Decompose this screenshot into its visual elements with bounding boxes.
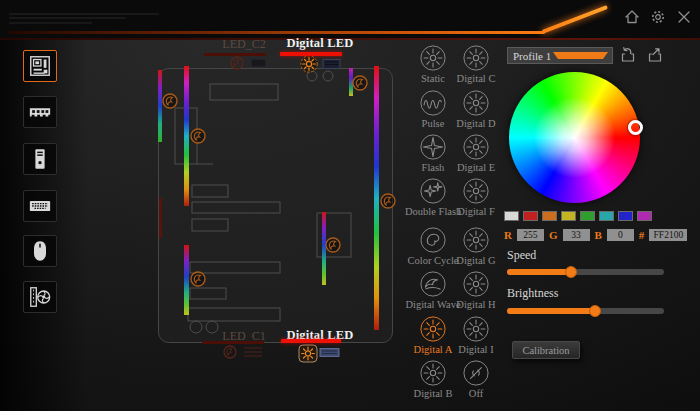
led-zone-icon[interactable] bbox=[163, 94, 177, 108]
color-swatch[interactable] bbox=[599, 211, 614, 221]
accent-line bbox=[8, 31, 545, 34]
color-swatch[interactable] bbox=[523, 211, 538, 221]
led-c2-underline bbox=[204, 53, 266, 56]
hex-value-field[interactable]: FF2100 bbox=[649, 229, 687, 241]
color-swatch[interactable] bbox=[637, 211, 652, 221]
speed-slider[interactable] bbox=[507, 269, 664, 275]
led-c1-connector-icon[interactable] bbox=[224, 346, 262, 358]
led-zone-icon[interactable] bbox=[353, 76, 367, 90]
color-swatches bbox=[504, 211, 652, 221]
sidebar-item-cooler[interactable] bbox=[23, 281, 57, 313]
content-area: LED_C2 Digital LED LED_C1 Digital LED St… bbox=[0, 40, 700, 411]
memory-icon bbox=[28, 100, 52, 124]
sun-icon bbox=[448, 44, 504, 72]
sidebar-item-mouse[interactable] bbox=[23, 235, 57, 267]
sidebar-item-pc-case[interactable] bbox=[23, 143, 57, 175]
digital-led-bottom-underline bbox=[281, 339, 341, 343]
cooler-icon bbox=[28, 285, 52, 309]
color-swatch[interactable] bbox=[504, 211, 519, 221]
off-icon bbox=[448, 359, 504, 387]
brightness-slider-thumb[interactable] bbox=[589, 305, 601, 317]
profile-export-icon[interactable] bbox=[646, 46, 664, 64]
mode-digital-c[interactable]: Digital C bbox=[448, 44, 504, 84]
sun-icon bbox=[448, 270, 504, 298]
hex-label: # bbox=[639, 229, 645, 241]
profile-load-icon[interactable] bbox=[619, 46, 637, 64]
sidebar-item-memory[interactable] bbox=[23, 96, 57, 128]
app-logo bbox=[9, 10, 159, 28]
color-wheel[interactable] bbox=[509, 72, 640, 203]
sun-icon bbox=[448, 133, 504, 161]
profile-select[interactable]: Profile 1 bbox=[507, 47, 613, 64]
rgb-fusion-window: LED_C2 Digital LED LED_C1 Digital LED St… bbox=[0, 0, 700, 411]
color-swatch[interactable] bbox=[561, 211, 576, 221]
mode-digital-h[interactable]: Digital H bbox=[448, 270, 504, 310]
speed-label: Speed bbox=[507, 248, 536, 263]
color-swatch[interactable] bbox=[542, 211, 557, 221]
profile-select-value: Profile 1 bbox=[508, 50, 553, 62]
digital-led-bottom-icon[interactable] bbox=[299, 345, 339, 362]
color-swatch[interactable] bbox=[618, 211, 633, 221]
mode-off[interactable]: Off bbox=[448, 359, 504, 399]
b-label: B bbox=[595, 229, 602, 241]
sidebar-item-motherboard[interactable] bbox=[23, 50, 57, 82]
motherboard-icon bbox=[28, 54, 52, 78]
brightness-slider[interactable] bbox=[507, 308, 664, 314]
led-zone-icon[interactable] bbox=[191, 129, 205, 143]
mode-digital-i[interactable]: Digital I bbox=[448, 315, 504, 355]
mouse-icon bbox=[28, 239, 52, 263]
sidebar-item-keyboard[interactable] bbox=[23, 190, 57, 222]
sun-icon bbox=[448, 315, 504, 343]
led-c2-connector-icon[interactable] bbox=[231, 57, 266, 69]
g-value-field[interactable]: 33 bbox=[563, 229, 590, 241]
color-wheel-selector[interactable] bbox=[628, 120, 643, 135]
device-sidebar bbox=[0, 40, 88, 411]
mode-digital-d[interactable]: Digital D bbox=[448, 89, 504, 129]
keyboard-icon bbox=[28, 194, 52, 218]
mode-digital-f[interactable]: Digital F bbox=[448, 177, 504, 217]
digital-led-top-label[interactable]: Digital LED bbox=[283, 36, 357, 51]
led-c2-label: LED_C2 bbox=[199, 37, 289, 52]
pc-case-icon bbox=[28, 147, 52, 171]
titlebar bbox=[0, 0, 700, 40]
rgb-values: R 255 G 33 B 0 # FF2100 bbox=[504, 229, 687, 241]
brightness-label: Brightness bbox=[507, 286, 558, 301]
calibration-button[interactable]: Calibration bbox=[512, 341, 580, 359]
led-c1-underline bbox=[202, 341, 264, 344]
r-value-field[interactable]: 255 bbox=[517, 229, 544, 241]
accent-diagonal bbox=[541, 5, 608, 34]
color-swatch[interactable] bbox=[580, 211, 595, 221]
settings-gear-icon[interactable] bbox=[650, 9, 666, 25]
digital-led-top-underline bbox=[280, 52, 342, 56]
sun-icon bbox=[448, 226, 504, 254]
sun-icon bbox=[448, 89, 504, 117]
mode-digital-e[interactable]: Digital E bbox=[448, 133, 504, 173]
window-controls bbox=[624, 9, 692, 25]
led-zone-icon[interactable] bbox=[326, 238, 340, 252]
mode-digital-g[interactable]: Digital G bbox=[448, 226, 504, 266]
close-icon[interactable] bbox=[676, 9, 692, 25]
g-label: G bbox=[549, 229, 558, 241]
led-zone-icon[interactable] bbox=[191, 272, 205, 286]
sun-icon bbox=[448, 177, 504, 205]
led-zone-icon[interactable] bbox=[381, 194, 395, 208]
b-value-field[interactable]: 0 bbox=[607, 229, 634, 241]
home-icon[interactable] bbox=[624, 9, 640, 25]
chevron-down-icon bbox=[553, 52, 608, 59]
speed-slider-thumb[interactable] bbox=[565, 266, 577, 278]
r-label: R bbox=[504, 229, 512, 241]
